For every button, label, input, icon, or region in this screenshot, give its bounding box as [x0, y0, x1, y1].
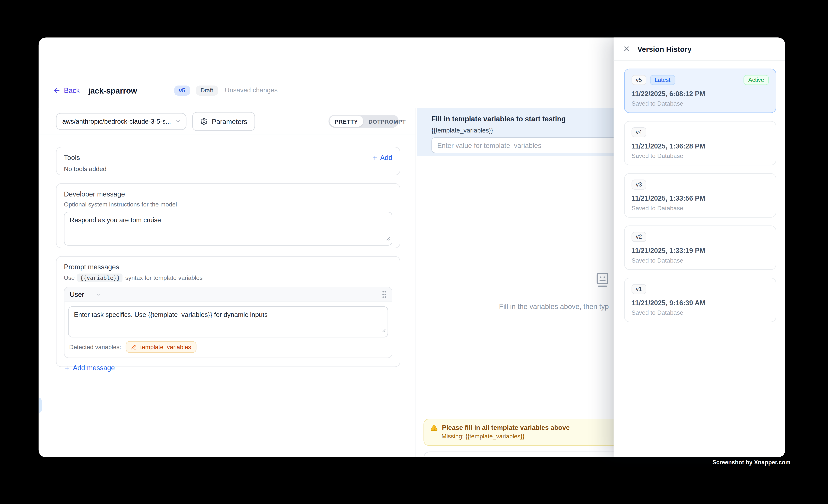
tools-empty-text: No tools added [64, 165, 392, 173]
empty-state-text: Fill in the variables above, then typ [499, 303, 609, 310]
version-chip: v2 [631, 232, 646, 242]
version-timestamp: 11/21/2025, 9:16:39 AM [631, 299, 769, 307]
template-variable-chip-label: template_variables [140, 344, 191, 350]
hint-suffix: syntax for template variables [125, 275, 203, 281]
version-status: Saved to Database [631, 257, 769, 264]
version-chip: v5 [631, 75, 646, 85]
version-timestamp: 11/21/2025, 1:33:19 PM [631, 247, 769, 254]
version-chip: v1 [631, 284, 646, 294]
developer-message-subtitle: Optional system instructions for the mod… [64, 201, 392, 208]
page-header: Back jack-sparrow v5 Draft Unsaved chang… [53, 83, 278, 98]
variable-syntax-chip: {{variable}} [77, 274, 123, 282]
tools-card: Tools Add No tools added [56, 147, 400, 175]
status-badge: Draft [196, 85, 218, 95]
version-status: Saved to Database [631, 309, 769, 316]
template-variable-chip[interactable]: template_variables [126, 341, 197, 353]
latest-badge: Latest [650, 75, 675, 85]
version-timestamp: 11/21/2025, 1:33:56 PM [631, 195, 769, 202]
editor-toolbar: aws/anthropic/bedrock-claude-3-5-s... Pa… [39, 108, 416, 135]
detected-variables-label: Detected variables: [69, 344, 121, 350]
active-badge: Active [744, 75, 769, 85]
developer-message-title: Developer message [64, 190, 392, 198]
version-card[interactable]: v1 11/21/2025, 9:16:39 AM Saved to Datab… [624, 278, 776, 322]
robot-face-icon [593, 271, 611, 291]
role-select-value: User [70, 290, 84, 298]
prompt-messages-hint: Use {{variable}} syntax for template var… [64, 274, 392, 282]
version-chip: v3 [631, 179, 646, 190]
side-peek-tab[interactable] [39, 398, 42, 413]
detected-variables-row: Detected variables: template_variables [65, 337, 392, 358]
version-timestamp: 11/22/2025, 6:08:12 PM [631, 90, 769, 98]
prompt-message-block: User Enter task specifics. Use {{templat… [64, 287, 392, 358]
prompt-messages-card: Prompt messages Use {{variable}} syntax … [56, 256, 400, 367]
editor-pane: aws/anthropic/bedrock-claude-3-5-s... Pa… [39, 108, 416, 457]
version-chip: v4 [631, 127, 646, 137]
chevron-down-icon [175, 118, 181, 125]
screenshot-stage: Back jack-sparrow v5 Draft Unsaved chang… [0, 0, 828, 504]
page-title: jack-sparrow [88, 86, 137, 95]
version-timestamp: 11/21/2025, 1:36:28 PM [631, 142, 769, 150]
plus-icon [372, 155, 378, 161]
gear-icon [200, 118, 208, 125]
hint-prefix: Use [64, 275, 75, 281]
parameters-button[interactable]: Parameters [192, 112, 255, 131]
developer-message-input[interactable]: Respond as you are tom cruise [64, 212, 392, 246]
developer-message-card: Developer message Optional system instru… [56, 183, 400, 248]
model-select[interactable]: aws/anthropic/bedrock-claude-3-5-s... [56, 113, 186, 130]
arrow-left-icon [53, 86, 61, 94]
version-status: Saved to Database [631, 153, 769, 159]
add-message-button[interactable]: Add message [64, 364, 392, 372]
unsaved-changes-label: Unsaved changes [225, 87, 278, 94]
editor-scroll-area: Tools Add No tools added Developer messa… [39, 135, 416, 457]
parameters-label: Parameters [212, 118, 247, 125]
watermark: Screenshot by Xnapper.com [712, 459, 791, 465]
prompt-message-header: User [65, 287, 392, 302]
warning-triangle-icon [430, 424, 438, 431]
version-list: v5 Latest Active 11/22/2025, 6:08:12 PM … [614, 61, 785, 322]
version-status: Saved to Database [631, 205, 769, 211]
version-badge: v5 [174, 85, 190, 95]
version-card[interactable]: v4 11/21/2025, 1:36:28 PM Saved to Datab… [624, 121, 776, 165]
version-card[interactable]: v2 11/21/2025, 1:33:19 PM Saved to Datab… [624, 225, 776, 270]
format-toggle-pretty[interactable]: PRETTY [330, 116, 363, 127]
version-history-header: Version History [614, 37, 785, 60]
version-card[interactable]: v5 Latest Active 11/22/2025, 6:08:12 PM … [624, 69, 776, 113]
chevron-down-icon [96, 292, 101, 297]
back-button[interactable]: Back [53, 86, 80, 94]
back-label: Back [64, 86, 80, 94]
pencil-icon [131, 344, 137, 350]
version-history-title: Version History [637, 45, 692, 53]
format-toggle: PRETTY DOTPROMPT [328, 115, 399, 128]
version-history-panel: Version History v5 Latest Active 11/22/2… [614, 37, 785, 457]
add-tool-label: Add [380, 154, 392, 162]
prompt-messages-title: Prompt messages [64, 263, 392, 271]
prompt-message-input[interactable]: Enter task specifics. Use {{template_var… [68, 306, 388, 338]
drag-handle-icon[interactable] [382, 290, 386, 298]
format-toggle-dotprompt[interactable]: DOTPROMPT [363, 116, 411, 127]
close-icon[interactable] [622, 45, 630, 53]
version-status: Saved to Database [631, 100, 769, 107]
tools-title: Tools [64, 154, 80, 162]
add-tool-button[interactable]: Add [372, 154, 392, 162]
model-select-value: aws/anthropic/bedrock-claude-3-5-s... [62, 118, 175, 125]
version-card[interactable]: v3 11/21/2025, 1:33:56 PM Saved to Datab… [624, 173, 776, 217]
role-select[interactable]: User [70, 290, 101, 298]
add-message-label: Add message [73, 364, 115, 372]
plus-icon [64, 365, 70, 371]
warning-title: Please fill in all template variables ab… [442, 424, 570, 431]
